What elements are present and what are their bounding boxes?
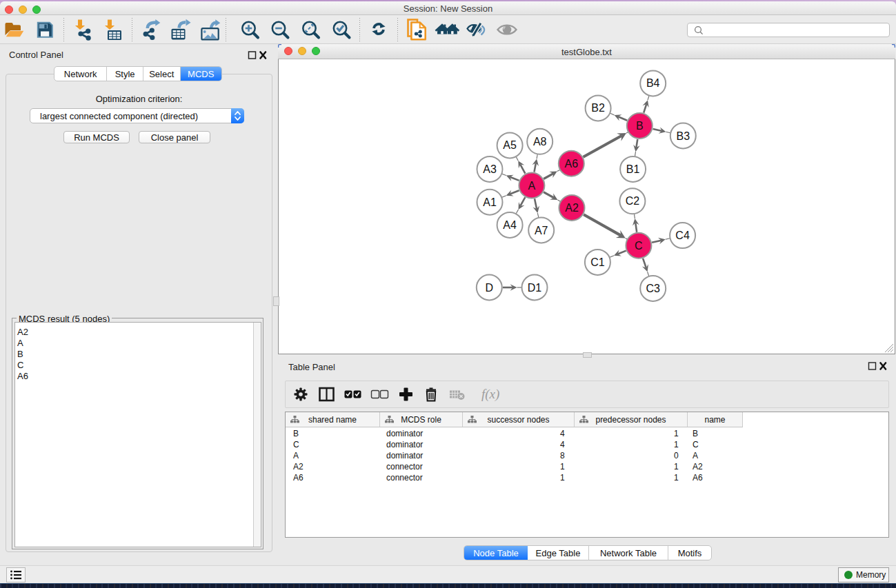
svg-text:A6: A6	[565, 158, 579, 170]
svg-text:C4: C4	[675, 230, 690, 241]
svg-text:C3: C3	[646, 283, 660, 294]
svg-text:B4: B4	[646, 77, 660, 89]
svg-text:A5: A5	[503, 139, 517, 151]
svg-text:B2: B2	[591, 102, 605, 114]
svg-text:A2: A2	[565, 202, 579, 214]
svg-text:B3: B3	[677, 130, 690, 142]
svg-text:C: C	[635, 240, 643, 252]
svg-text:C1: C1	[590, 256, 605, 268]
svg-text:A3: A3	[483, 163, 497, 175]
svg-text:A8: A8	[533, 136, 547, 148]
svg-text:A: A	[528, 180, 536, 192]
svg-text:A4: A4	[503, 219, 517, 231]
svg-text:D1: D1	[528, 282, 542, 294]
svg-text:A7: A7	[535, 225, 548, 236]
svg-text:D: D	[486, 282, 494, 294]
svg-text:B: B	[636, 120, 644, 132]
svg-text:f(x): f(x)	[481, 387, 499, 402]
svg-text:A1: A1	[483, 196, 497, 208]
svg-text:B1: B1	[626, 163, 640, 175]
svg-text:C2: C2	[626, 195, 640, 207]
